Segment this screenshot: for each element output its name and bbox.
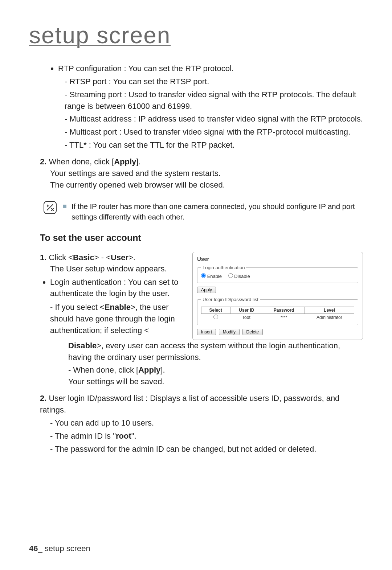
table-row: root **** Administrator [201,313,354,321]
basic-label: Basic [73,253,94,262]
step-2: 2. When done, click [Apply]. Your settin… [40,156,363,191]
th-level: Level [305,307,354,313]
user-list-fieldset: User login ID/password list Select User … [197,297,358,325]
apply-label: Apply [138,365,160,374]
th-userid: User ID [230,307,263,313]
ua-step-2: 2. User login ID/password list : Display… [40,393,363,455]
ua-step2-intro: User login ID/password list : Displays a… [40,394,339,414]
rtp-item: Multicast address : IP address used to t… [65,113,363,125]
t: Disable [234,274,250,279]
apply-note: When done, click [Apply]. Your settings … [68,364,363,387]
page-number: 46 [29,544,38,553]
note-icon [44,201,57,214]
cell-userid: root [230,313,263,321]
footer-sep: _ [38,544,44,553]
ua2-d2: The admin ID is "root". [50,430,363,442]
t: >. [128,253,135,262]
ua2-d1: You can add up to 10 users. [50,417,363,429]
apply-label: Apply [114,157,136,166]
rtp-intro: RTP configuration : You can set the RTP … [58,64,234,73]
step2-line3: The currently opened web browser will be… [40,179,363,191]
delete-button[interactable]: Delete [242,329,263,335]
rtp-bullet: RTP configuration : You can set the RTP … [51,63,363,151]
insert-button[interactable]: Insert [197,329,216,335]
enable-radio-label[interactable]: Enable [201,274,222,279]
cell-password: **** [263,313,305,321]
rtp-item: TTL* : You can set the TTL for the RTP p… [65,139,363,151]
user-table: Select User ID Password Level root **** … [201,307,354,321]
login-auth-bullet: Login authentication : You can set to au… [50,277,184,299]
note-text: If the IP router has more than one camer… [72,201,363,222]
th-password: Password [263,307,305,313]
t: Enable [207,274,222,279]
ua-step1-sub: The User setup window appears. [40,263,184,275]
login-auth-fieldset: Login authentication Enable Disable [197,265,358,283]
section-heading: To set the user account [40,233,363,243]
enable-radio[interactable] [201,273,206,278]
panel-title: User [197,256,358,262]
login-auth-legend: Login authentication [201,265,246,270]
note-block: If the IP router has more than one camer… [44,201,363,222]
t: The admin ID is " [55,431,116,440]
step2-line1a: When done, click [ [49,157,114,166]
cell-level: Administrator [305,313,354,321]
body-content: RTP configuration : You can set the RTP … [29,63,363,191]
th-select: Select [201,307,230,313]
t: When done, click [ [73,365,138,374]
disable-label: Disable [68,341,97,350]
step-number: 2. [40,394,46,403]
page-footer: 46_ setup screen [29,544,90,553]
user-settings-panel: User Login authentication Enable Disable… [192,252,363,340]
step2-line2: Your settings are saved and the system r… [40,168,363,179]
rtp-item: Streaming port : Used to transfer video … [65,89,363,112]
disable-radio-label[interactable]: Disable [228,274,250,279]
enable-label: Enable [105,303,131,312]
t: Click < [49,253,73,262]
enable-disable-cont: Disable>, every user can access the syst… [62,340,363,363]
step2-line1c: ]. [136,157,140,166]
page-title: setup screen [29,22,363,49]
user-label: User [111,253,128,262]
step-number: 2. [40,157,46,166]
step-number: 1. [40,253,46,262]
disable-radio[interactable] [228,273,233,278]
apply-button[interactable]: Apply [197,287,216,293]
enable-disable-note: If you select <Enable>, the user should … [50,302,184,336]
ua-step-1: 1. Click <Basic> - <User>. The User setu… [40,252,184,336]
t: > - < [94,253,111,262]
footer-label: setup screen [45,544,90,553]
apply-sub: Your settings will be saved. [68,376,363,387]
row-select-radio[interactable] [213,315,218,319]
root-label: root [116,431,131,440]
rtp-item: RTSP port : You can set the RTSP port. [65,76,363,87]
user-list-legend: User login ID/password list [201,297,260,302]
t: >, every user can access the system with… [68,341,340,362]
t: ". [131,431,136,440]
t: ]. [160,365,165,374]
ua2-d3: The password for the admin ID can be cha… [50,443,363,455]
rtp-item: Multicast port : Used to transfer video … [65,126,363,138]
modify-button[interactable]: Modify [219,329,240,335]
t: If you select < [55,303,104,312]
note-bullet-icon [63,205,66,208]
